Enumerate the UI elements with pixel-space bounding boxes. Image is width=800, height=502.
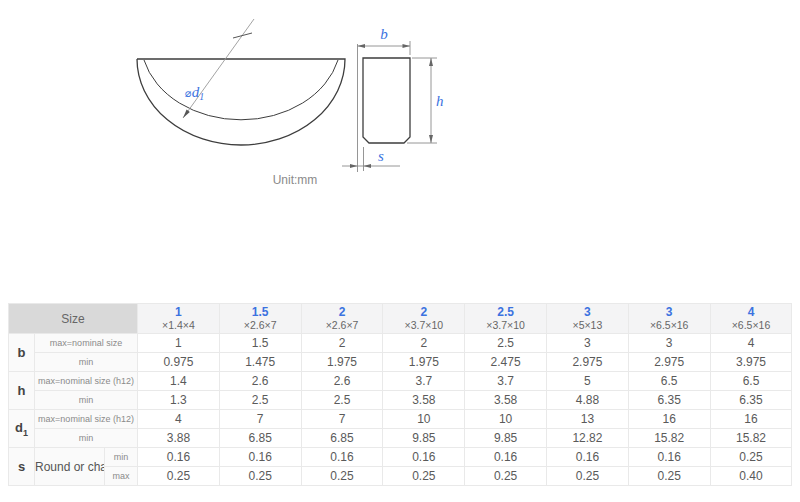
value-cell: 0.16 xyxy=(383,448,465,467)
value-cell: 6.85 xyxy=(219,429,301,448)
table-row-b-min: min 0.9751.4751.9751.9752.4752.9752.9753… xyxy=(9,353,792,372)
size-column-header[interactable]: 1.5×2.6×7 xyxy=(219,304,301,334)
size-nominal-value[interactable]: 2.5 xyxy=(465,305,546,319)
h-dimension-label: h xyxy=(436,93,444,109)
value-cell: 3.975 xyxy=(710,353,792,372)
value-cell: 0.25 xyxy=(383,467,465,486)
s-dimension-label: s xyxy=(378,148,384,164)
value-cell: 2.6 xyxy=(301,372,383,391)
size-nominal-value[interactable]: 2 xyxy=(383,305,464,319)
s-arrow-right xyxy=(364,164,372,168)
diameter-centerline xyxy=(183,19,254,118)
size-nominal-value[interactable]: 1.5 xyxy=(220,305,301,319)
value-cell: 7 xyxy=(301,410,383,429)
value-cell: 16 xyxy=(710,410,792,429)
value-cell: 0.16 xyxy=(219,448,301,467)
size-nominal-value[interactable]: 2 xyxy=(302,305,383,319)
value-cell: 10 xyxy=(383,410,465,429)
diameter-dimension: ⌀d1 xyxy=(183,19,254,118)
value-cell: 6.5 xyxy=(710,372,792,391)
value-cell: 15.82 xyxy=(628,429,710,448)
value-cell: 2 xyxy=(301,334,383,353)
value-cell: 2.475 xyxy=(465,353,547,372)
size-dimensions-value: ×6.5×16 xyxy=(711,319,792,332)
size-column-header[interactable]: 2.5×3.7×10 xyxy=(465,304,547,334)
value-cell: 2 xyxy=(383,334,465,353)
size-column-header[interactable]: 2×2.6×7 xyxy=(301,304,383,334)
value-cell: 3 xyxy=(628,334,710,353)
value-cell: 10 xyxy=(465,410,547,429)
unit-label: Unit:mm xyxy=(273,173,318,187)
row-sub-label: min xyxy=(35,429,138,448)
value-cell: 1.5 xyxy=(219,334,301,353)
size-column-header[interactable]: 3×5×13 xyxy=(547,304,629,334)
value-cell: 0.25 xyxy=(547,467,629,486)
size-column-header[interactable]: 1×1.4×4 xyxy=(138,304,220,334)
woodruff-key-spec-page: ⌀d1 b h xyxy=(0,0,800,502)
size-nominal-value[interactable]: 1 xyxy=(138,305,219,319)
value-cell: 0.25 xyxy=(301,467,383,486)
size-nominal-value[interactable]: 3 xyxy=(547,305,628,319)
value-cell: 1.3 xyxy=(138,391,220,410)
table-row-s-max: max 0.250.250.250.250.250.250.250.40 xyxy=(9,467,792,486)
value-cell: 6.85 xyxy=(301,429,383,448)
size-dimensions-value: ×6.5×16 xyxy=(629,319,710,332)
row-sub-label: max=nominal size (h12) xyxy=(35,372,138,391)
size-dimensions-value: ×2.6×7 xyxy=(220,319,301,332)
value-cell: 1.975 xyxy=(383,353,465,372)
size-dimensions-value: ×3.7×10 xyxy=(383,319,464,332)
value-cell: 15.82 xyxy=(710,429,792,448)
size-column-header[interactable]: 4×6.5×16 xyxy=(710,304,792,334)
value-cell: 0.975 xyxy=(138,353,220,372)
size-column-header[interactable]: 3×6.5×16 xyxy=(628,304,710,334)
value-cell: 0.40 xyxy=(710,467,792,486)
value-cell: 0.25 xyxy=(138,467,220,486)
value-cell: 0.16 xyxy=(465,448,547,467)
value-cell: 9.85 xyxy=(383,429,465,448)
value-cell: 4 xyxy=(138,410,220,429)
key-side-view xyxy=(137,59,345,145)
row-sub-label: max=nominal size (h12) xyxy=(35,410,138,429)
value-cell: 2.975 xyxy=(628,353,710,372)
specification-table: Size 1×1.4×41.5×2.6×72×2.6×72×3.7×102.5×… xyxy=(8,303,792,486)
value-cell: 3.7 xyxy=(383,372,465,391)
value-cell: 0.16 xyxy=(138,448,220,467)
center-tick-mark xyxy=(233,33,252,38)
value-cell: 1 xyxy=(138,334,220,353)
value-cell: 3.58 xyxy=(383,391,465,410)
round-or-chamfer-label: Round or chamfer xyxy=(35,448,105,486)
value-cell: 9.85 xyxy=(465,429,547,448)
key-inner-arc xyxy=(144,60,338,120)
b-arrow-left xyxy=(358,44,366,48)
value-cell: 12.82 xyxy=(547,429,629,448)
table-row-h-max: h max=nominal size (h12) 1.42.62.63.73.7… xyxy=(9,372,792,391)
key-cross-section-outline xyxy=(363,58,410,143)
size-nominal-value[interactable]: 3 xyxy=(629,305,710,319)
value-cell: 6.35 xyxy=(710,391,792,410)
value-cell: 2.6 xyxy=(219,372,301,391)
technical-drawing: ⌀d1 b h xyxy=(0,0,460,210)
h-arrow-top xyxy=(429,58,433,66)
value-cell: 0.16 xyxy=(301,448,383,467)
d1-dimension-label: ⌀d1 xyxy=(185,84,204,102)
value-cell: 0.16 xyxy=(628,448,710,467)
table-row-b-max: b max=nominal size 11.5222.5334 xyxy=(9,334,792,353)
table-row-h-min: min 1.32.52.53.583.584.886.356.35 xyxy=(9,391,792,410)
value-cell: 2.5 xyxy=(465,334,547,353)
value-cell: 0.25 xyxy=(219,467,301,486)
size-dimensions-value: ×1.4×4 xyxy=(138,319,219,332)
size-dimensions-value: ×5×13 xyxy=(547,319,628,332)
s-arrow-left xyxy=(350,164,358,168)
key-outer-outline xyxy=(137,59,345,145)
value-cell: 2.5 xyxy=(301,391,383,410)
value-cell: 0.25 xyxy=(628,467,710,486)
value-cell: 2.5 xyxy=(219,391,301,410)
size-column-header[interactable]: 2×3.7×10 xyxy=(383,304,465,334)
size-nominal-value[interactable]: 4 xyxy=(711,305,792,319)
value-cell: 0.16 xyxy=(547,448,629,467)
value-cell: 16 xyxy=(628,410,710,429)
value-cell: 0.25 xyxy=(710,448,792,467)
value-cell: 3.58 xyxy=(465,391,547,410)
value-cell: 4 xyxy=(710,334,792,353)
h-arrow-bottom xyxy=(429,135,433,143)
